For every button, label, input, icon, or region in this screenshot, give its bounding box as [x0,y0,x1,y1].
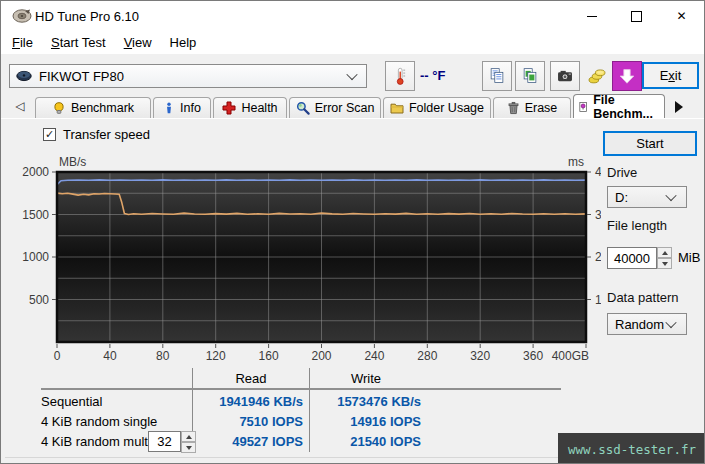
drive-label: Drive [607,165,637,180]
screenshot-button[interactable] [550,61,580,91]
sequential-read-value: 1941946 KB/s [151,394,303,409]
arrow-down-icon [662,262,668,266]
svg-text:320: 320 [470,349,490,363]
svg-text:1000: 1000 [22,250,49,264]
chevron-down-icon [665,317,676,328]
random-single-read-value: 7510 IOPS [151,414,303,429]
file-length-spinner [657,247,672,269]
table-header-rule [41,388,561,390]
copy-text-button[interactable] [482,61,512,91]
file-length-input[interactable] [607,247,657,269]
menu-item-help[interactable]: Help [161,32,206,53]
maximize-icon [631,11,642,22]
svg-text:80: 80 [156,349,170,363]
svg-text:120: 120 [206,349,226,363]
tab-info[interactable]: Info [153,97,211,118]
coins-icon [585,64,609,88]
tab-health[interactable]: Health [213,97,287,118]
data-pattern-value: Random [615,317,664,332]
svg-text:400GB: 400GB [552,349,589,363]
tab-scroll-left-button[interactable]: ◁ [9,96,31,116]
drive-dropdown-value: D: [615,190,628,205]
chevron-down-icon [665,190,676,201]
svg-text:240: 240 [364,349,384,363]
arrow-down-icon [615,64,639,88]
svg-text:40: 40 [595,165,601,179]
tab-folder-usage[interactable]: Folder Usage [383,97,491,118]
arrow-down-button[interactable] [612,61,642,91]
minimize-button[interactable] [569,1,614,31]
chevron-down-icon [346,69,357,80]
info-icon [163,101,175,115]
svg-text:ms: ms [568,155,584,169]
sequential-write-value: 1573476 KB/s [299,394,421,409]
menu-item-file[interactable]: File [3,32,42,53]
file-benchmark-page: ✓ Transfer speed Start 04080120160200240… [1,118,705,464]
menubar: File Start Test View Help [1,31,704,54]
file-length-label: File length [607,218,667,233]
svg-text:0: 0 [54,349,61,363]
tab-file-benchmark[interactable]: File Benchm... [573,94,665,118]
random-single-write-value: 14916 IOPS [299,414,421,429]
svg-text:2000: 2000 [22,165,49,179]
svg-text:200: 200 [311,349,331,363]
coins-button[interactable] [582,61,612,91]
benchmark-chart: 04080120160200240280320360400GB500100015… [1,152,601,367]
copy-text-icon [486,65,508,87]
copy-image-button[interactable] [515,61,545,91]
magnifier-icon [296,101,310,115]
menu-item-start-test[interactable]: Start Test [42,32,115,53]
random-multi-read-value: 49527 IOPS [151,434,303,449]
svg-text:40: 40 [103,349,117,363]
start-button[interactable]: Start [603,131,697,156]
file-length-spin-up-button[interactable] [657,247,672,258]
file-length-unit: MiB [678,250,700,265]
camera-icon [554,65,576,87]
file-benchmark-icon [578,100,588,114]
toolbar: FIKWOT FP80 -- °F [1,54,704,94]
random-multi-write-value: 21540 IOPS [299,434,421,449]
maximize-button[interactable] [614,1,659,31]
tab-benchmark[interactable]: Benchmark [35,97,151,118]
temperature-button[interactable] [385,61,415,91]
drive-select[interactable]: FIKWOT FP80 [9,64,367,88]
exit-button[interactable]: Exit [642,62,699,89]
transfer-speed-checkbox[interactable]: ✓ [43,128,56,141]
copy-image-icon [519,65,541,87]
thermometer-icon [389,63,411,89]
folder-icon [390,101,404,115]
svg-text:360: 360 [523,349,543,363]
arrow-up-icon [662,251,668,255]
svg-text:20: 20 [595,250,601,264]
lightbulb-icon [52,101,66,115]
data-pattern-label: Data pattern [607,290,679,305]
tab-erase[interactable]: Erase [493,97,571,118]
health-cross-icon [222,101,236,115]
data-pattern-dropdown[interactable]: Random [607,313,687,335]
tab-scroll-right-button[interactable] [675,101,683,113]
close-icon: ✕ [676,10,686,22]
column-header-write: Write [311,371,421,386]
svg-text:10: 10 [595,293,601,307]
svg-text:1500: 1500 [22,208,49,222]
temperature-readout: -- °F [420,68,445,83]
tab-strip: ◁ Benchmark Info Healt [1,94,704,118]
svg-text:500: 500 [29,293,49,307]
transfer-speed-label: Transfer speed [63,127,150,142]
file-length-spin-down-button[interactable] [657,258,672,269]
tab-error-scan[interactable]: Error Scan [289,97,381,118]
drive-select-value: FIKWOT FP80 [39,69,124,84]
drive-dropdown[interactable]: D: [607,186,687,208]
trash-icon [507,101,520,115]
row-label-random-single: 4 KiB random single [41,414,157,429]
window-title: HD Tune Pro 6.10 [35,9,139,24]
app-hdd-icon [12,8,32,24]
svg-text:280: 280 [417,349,437,363]
watermark: www.ssd-tester.fr [558,433,705,464]
close-button[interactable]: ✕ [659,1,704,31]
titlebar: HD Tune Pro 6.10 ✕ [1,1,704,31]
checkmark-icon: ✓ [45,129,54,140]
app-window: HD Tune Pro 6.10 ✕ File Start Test View … [0,0,705,464]
svg-text:30: 30 [595,208,601,222]
menu-item-view[interactable]: View [115,32,161,53]
